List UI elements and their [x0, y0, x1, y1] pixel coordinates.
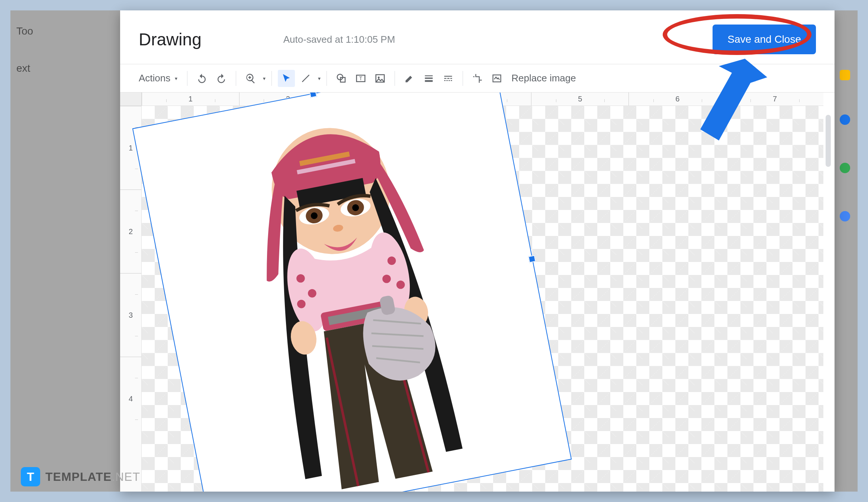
annotation-emphasis-circle — [663, 14, 811, 55]
line-weight-icon — [424, 73, 434, 84]
watermark-icon: T — [21, 467, 40, 486]
svg-rect-12 — [447, 78, 450, 78]
crop-button[interactable] — [469, 70, 486, 87]
svg-rect-10 — [444, 76, 452, 77]
separator — [395, 71, 395, 86]
caret-down-icon: ▾ — [175, 75, 177, 81]
select-tool[interactable] — [278, 70, 295, 87]
separator — [271, 71, 272, 86]
separator — [463, 71, 463, 86]
right-side-panel — [835, 18, 858, 484]
svg-rect-7 — [425, 75, 433, 76]
border-dash-button[interactable] — [440, 70, 457, 87]
actions-menu[interactable]: Actions ▾ — [135, 69, 181, 87]
svg-rect-17 — [451, 80, 452, 81]
zoom-button[interactable] — [242, 70, 259, 87]
image-tool[interactable] — [372, 70, 389, 87]
separator — [187, 71, 187, 86]
undo-icon — [196, 73, 208, 84]
svg-rect-13 — [450, 78, 452, 78]
border-weight-button[interactable] — [420, 70, 437, 87]
ruler-tick: 4 — [120, 357, 141, 440]
bg-partial-text-1: Too — [10, 22, 115, 41]
resize-handle-rm[interactable] — [528, 255, 536, 263]
drawing-dialog: Drawing Auto-saved at 1:10:05 PM Save an… — [120, 10, 835, 492]
doll-image — [192, 93, 511, 492]
ruler-tick: 2 — [120, 190, 141, 273]
zoom-icon — [245, 73, 256, 84]
cursor-icon — [281, 73, 292, 84]
redo-icon — [216, 73, 227, 84]
watermark-text: TEMPLATE.NET — [45, 470, 140, 484]
image-icon — [374, 73, 386, 84]
svg-point-6 — [378, 77, 380, 78]
textbox-icon: T — [355, 73, 366, 84]
pencil-icon — [404, 73, 415, 84]
ruler-corner — [120, 93, 142, 106]
svg-marker-0 — [700, 59, 767, 140]
svg-rect-14 — [444, 80, 446, 81]
scrollbar[interactable] — [826, 115, 831, 167]
side-app-3[interactable] — [840, 163, 850, 173]
crop-icon — [472, 73, 483, 84]
vertical-ruler: 1 2 3 4 — [120, 106, 142, 492]
svg-rect-8 — [425, 77, 433, 79]
autosave-status: Auto-saved at 1:10:05 PM — [283, 34, 395, 45]
line-dash-icon — [443, 73, 453, 84]
replace-image-button[interactable]: Replace image — [508, 69, 579, 87]
resize-handle-tm[interactable] — [309, 93, 317, 98]
watermark-bold: TEMPLATE — [45, 470, 112, 483]
separator — [236, 71, 236, 86]
side-app-4[interactable] — [840, 211, 850, 221]
bg-partial-text-2: ext — [10, 59, 115, 78]
ruler-tick: 3 — [120, 273, 141, 357]
mask-button[interactable] — [488, 70, 505, 87]
watermark: T TEMPLATE.NET — [21, 467, 140, 486]
svg-rect-11 — [444, 78, 447, 78]
mask-icon — [492, 73, 502, 84]
svg-rect-15 — [447, 80, 448, 81]
line-icon — [300, 73, 311, 84]
border-color-button[interactable] — [401, 70, 418, 87]
line-caret-icon[interactable]: ▾ — [318, 75, 321, 81]
shape-tool[interactable] — [333, 70, 350, 87]
dialog-title: Drawing — [139, 29, 202, 49]
shape-icon — [336, 73, 347, 84]
line-tool[interactable] — [297, 70, 314, 87]
side-app-1[interactable] — [840, 70, 850, 80]
textbox-tool[interactable]: T — [352, 70, 369, 87]
replace-image-label: Replace image — [511, 72, 576, 84]
redo-button[interactable] — [213, 70, 230, 87]
undo-button[interactable] — [193, 70, 210, 87]
watermark-light: .NET — [112, 470, 140, 483]
svg-rect-9 — [425, 80, 433, 82]
selection-box — [132, 93, 572, 492]
zoom-caret-icon[interactable]: ▾ — [263, 75, 266, 81]
side-app-2[interactable] — [840, 114, 850, 125]
ruler-tick: 1 — [142, 93, 239, 106]
svg-text:T: T — [359, 76, 363, 81]
separator — [327, 71, 327, 86]
actions-label: Actions — [139, 72, 170, 84]
svg-rect-16 — [449, 80, 450, 81]
annotation-arrow — [667, 55, 775, 159]
